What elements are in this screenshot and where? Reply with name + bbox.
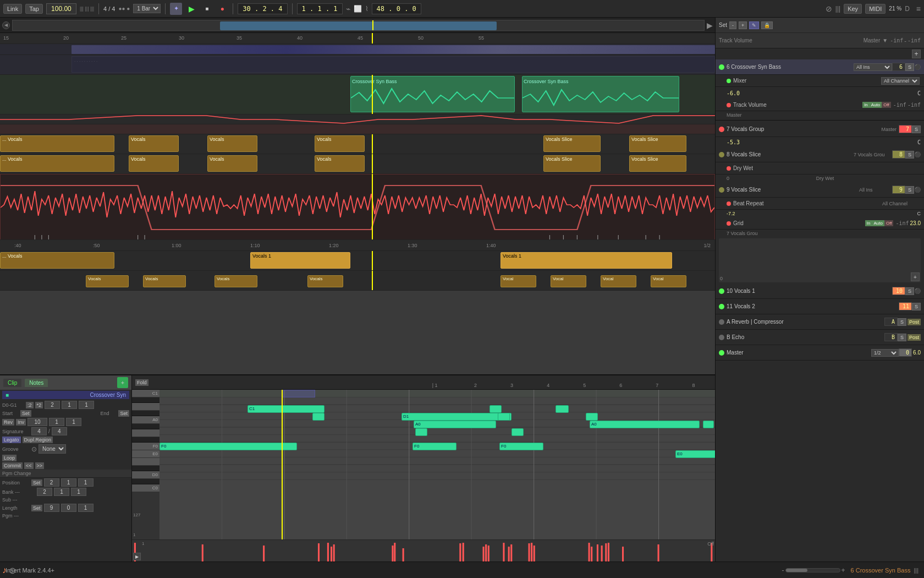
- length-val-2[interactable]: 0: [61, 504, 76, 512]
- grid-dot[interactable]: [727, 221, 731, 226]
- clip-color-button[interactable]: +: [117, 377, 128, 388]
- grid-off-btn[interactable]: Off: [884, 220, 894, 226]
- groove-select[interactable]: None: [38, 444, 66, 454]
- vol-add-button[interactable]: +: [911, 272, 920, 281]
- loop-length-select[interactable]: 1 Bar: [133, 4, 161, 13]
- track-a-s-button[interactable]: S: [898, 318, 906, 326]
- lock-button[interactable]: 🔒: [761, 21, 773, 29]
- position-val-3[interactable]: 1: [78, 478, 94, 487]
- track-content-vocals-1[interactable]: ... Vocals Vocals Vocals Vocals Vocals S…: [0, 134, 715, 154]
- track-strip-7[interactable]: 7 Vocals Group Master 7 S: [716, 122, 924, 137]
- vocal-clip-4[interactable]: Vocals: [315, 135, 365, 152]
- vs-clip-4[interactable]: Vocals: [307, 275, 343, 287]
- key-c0[interactable]: C0: [132, 484, 160, 492]
- key-d0-sharp[interactable]: [132, 458, 160, 466]
- link-button[interactable]: Link: [3, 4, 22, 14]
- track-strip-11[interactable]: 11 Vocals 2 11 S: [716, 299, 924, 314]
- zoom-in-icon[interactable]: +: [842, 566, 845, 574]
- zoom-out-icon[interactable]: -: [782, 566, 784, 574]
- note-small-7[interactable]: [556, 405, 569, 413]
- vocal-clip-1[interactable]: ... Vocals: [0, 135, 114, 152]
- clip-crossover-2[interactable]: Crossover Syn Bass: [522, 76, 679, 112]
- note-small-2[interactable]: [490, 405, 502, 413]
- key-d0-b[interactable]: [132, 466, 160, 471]
- tempo-input[interactable]: [46, 3, 76, 14]
- key-g0[interactable]: [132, 429, 160, 437]
- vocal2-clip-3[interactable]: Vocals: [207, 155, 257, 172]
- bank-val-1[interactable]: 2: [37, 488, 52, 496]
- track-content-vocals-small[interactable]: Vocals Vocals Vocals Vocals Vocal Vocal …: [0, 271, 715, 290]
- track-8-dot2[interactable]: ⚫: [914, 151, 921, 157]
- track-6-s-button[interactable]: S: [905, 63, 914, 71]
- track-automation[interactable]: [0, 114, 715, 124]
- track-content-crossover[interactable]: Crossover Syn Bass Crossover Syn Bass: [0, 75, 715, 114]
- vocal2-clip-4[interactable]: Vocals: [315, 155, 365, 172]
- end-val-2[interactable]: 1: [49, 418, 64, 426]
- track-10-s-button[interactable]: S: [905, 287, 914, 295]
- position-val-1[interactable]: 2: [44, 478, 59, 487]
- beat-repeat-dot[interactable]: [727, 201, 731, 206]
- track-7-s-button[interactable]: S: [912, 126, 921, 133]
- bank-val-2[interactable]: 1: [54, 488, 69, 496]
- grid-in-btn[interactable]: In: [865, 220, 872, 226]
- key-bb0[interactable]: [132, 403, 160, 411]
- note-a0-2[interactable]: A0: [590, 421, 700, 428]
- master-arrow[interactable]: ▼: [882, 37, 888, 43]
- add-button[interactable]: ✦: [170, 3, 182, 15]
- track-9-record[interactable]: ⚫: [914, 187, 921, 193]
- inv-button[interactable]: Inv: [16, 419, 26, 426]
- fold-button[interactable]: Fold: [135, 379, 148, 386]
- vocal-clip-2[interactable]: Vocals: [129, 135, 179, 152]
- notes-tab[interactable]: Notes: [25, 379, 48, 387]
- end-val-3[interactable]: 1: [66, 418, 81, 426]
- clip-name-display[interactable]: ■ Crossover Syn: [2, 391, 129, 399]
- vocal-clip-5[interactable]: Vocals Slice: [543, 135, 601, 152]
- set-length-button[interactable]: Set: [31, 505, 42, 511]
- key-b0[interactable]: [132, 397, 160, 403]
- track-7-dot[interactable]: [719, 127, 724, 132]
- overview-track[interactable]: [12, 20, 705, 31]
- transpose-val2[interactable]: 1: [62, 401, 77, 409]
- track-strip-master[interactable]: Master 1/2 0 6.0: [716, 345, 924, 361]
- key-c1[interactable]: C1: [132, 390, 160, 397]
- vocal2-clip-2[interactable]: Vocals: [129, 155, 179, 172]
- grid-auto-btn[interactable]: Auto: [872, 220, 884, 226]
- track-b-dot[interactable]: [719, 335, 724, 340]
- note-small-6[interactable]: [586, 413, 598, 421]
- sig-num[interactable]: 4: [31, 427, 47, 435]
- end-val-1[interactable]: 10: [28, 418, 47, 426]
- commit-button[interactable]: Commit: [2, 462, 23, 469]
- bank-val-3[interactable]: 1: [71, 488, 86, 496]
- track-strip-8[interactable]: 8 Vocals Slice 7 Vocals Grou 8 S ⚫: [716, 147, 924, 162]
- transpose-minus-button[interactable]: :2: [26, 402, 34, 408]
- add-track-button[interactable]: +: [912, 50, 921, 58]
- mixer-input-select[interactable]: All Channel: [881, 77, 920, 85]
- track-content-vocals-2[interactable]: ... Vocals Vocals Vocals Vocals Vocals S…: [0, 154, 715, 173]
- vs-clip-3[interactable]: Vocals: [215, 275, 257, 287]
- key-g0-sharp[interactable]: [132, 424, 160, 429]
- dupl-region-button[interactable]: Dupl.Region: [23, 437, 53, 443]
- v1-clip-1[interactable]: ... Vocals: [0, 252, 114, 269]
- note-far-right[interactable]: [703, 421, 714, 428]
- length-val-1[interactable]: 9: [44, 504, 59, 512]
- track-11-s-button[interactable]: S: [912, 303, 921, 310]
- waveform-clip[interactable]: [0, 174, 715, 239]
- vs-clip-2[interactable]: Vocals: [143, 275, 186, 287]
- transpose-mult-button[interactable]: *2: [35, 402, 43, 408]
- track-11-dot[interactable]: [719, 304, 724, 309]
- vs-clip-5[interactable]: Vocal: [501, 275, 536, 287]
- loop-region[interactable]: [282, 390, 315, 397]
- track-10-record[interactable]: ⚫: [914, 288, 921, 294]
- note-small-4[interactable]: [498, 413, 510, 421]
- vs-clip-7[interactable]: Vocal: [601, 275, 636, 287]
- vs-clip-8[interactable]: Vocal: [651, 275, 686, 287]
- transpose-val[interactable]: 2: [45, 401, 60, 409]
- clip-1[interactable]: [72, 45, 715, 54]
- vs-clip-6[interactable]: Vocal: [551, 275, 586, 287]
- track-8-dot[interactable]: [719, 152, 724, 157]
- set-position-button[interactable]: Set: [31, 479, 42, 486]
- note-e0[interactable]: E0: [675, 450, 715, 458]
- track-9-s-button[interactable]: S: [905, 186, 914, 194]
- arrows-right-button[interactable]: >>: [35, 462, 45, 469]
- master-output-select[interactable]: 1/2: [871, 349, 899, 357]
